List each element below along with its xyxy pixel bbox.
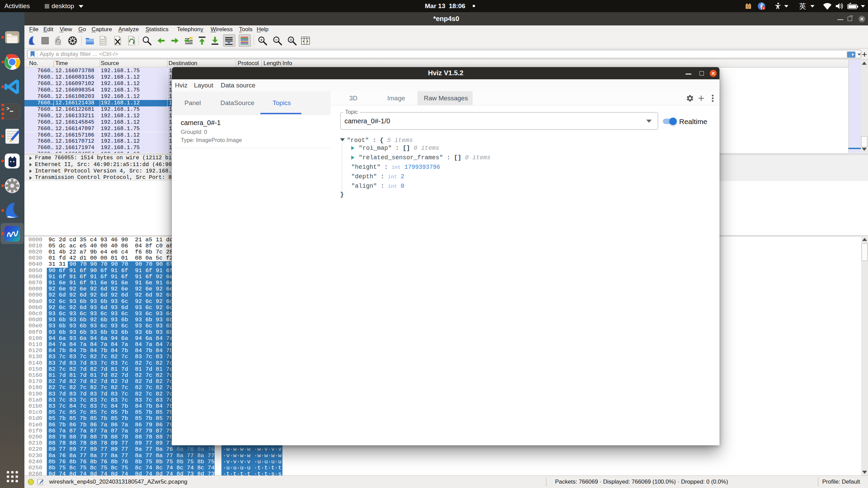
svg-text:=: = xyxy=(290,37,292,42)
svg-text:+: + xyxy=(260,37,263,42)
svg-text:−: − xyxy=(275,37,278,42)
svg-text:0111: 0111 xyxy=(101,42,106,45)
svg-text:101: 101 xyxy=(130,38,133,40)
svg-text:>: > xyxy=(6,105,9,111)
